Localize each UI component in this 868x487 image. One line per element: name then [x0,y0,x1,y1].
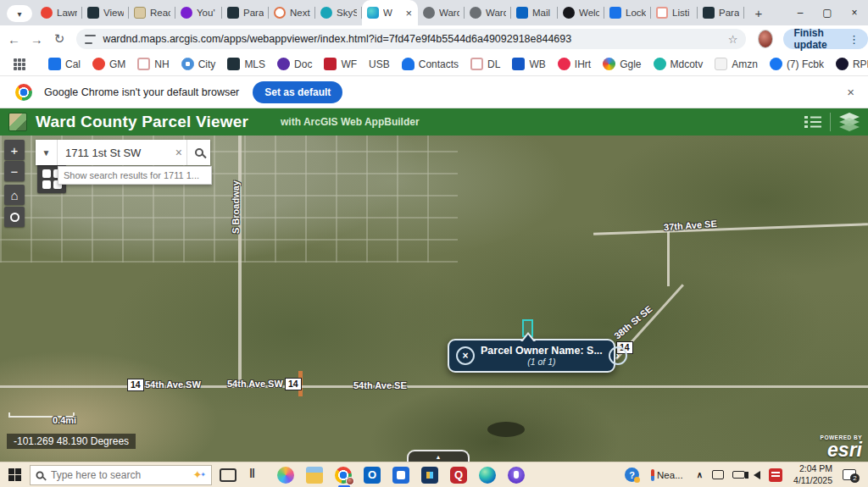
window-minimize-button[interactable]: – [787,0,814,25]
bookmark-item[interactable]: Cal [48,58,81,70]
help-tray-icon[interactable]: ? [625,468,639,482]
browser-tab[interactable]: Next [269,0,315,25]
bookmark-item[interactable]: NH [137,58,169,70]
back-button[interactable]: ← [5,28,23,50]
bookmark-item[interactable]: Amzn [715,58,758,70]
banner-close-icon[interactable]: × [847,85,854,99]
forward-button[interactable]: → [28,28,46,50]
browser-tab-active[interactable]: W× [362,0,418,25]
browser-tab[interactable]: Para [222,0,269,25]
browser-tab[interactable]: Ward [418,0,465,25]
browser-tab[interactable]: Ward [465,0,511,25]
edge-taskbar-button[interactable] [479,467,496,484]
browser-menu-icon[interactable]: ⋮ [845,33,863,46]
browser-tab[interactable]: Reac [129,0,175,25]
calendar-tray-icon[interactable] [769,468,782,482]
bookmark-item[interactable]: IHrt [558,58,591,70]
password-app-button[interactable] [508,467,525,484]
clear-search-icon[interactable]: × [175,146,182,159]
volume-tray-icon[interactable] [754,471,760,479]
profile-avatar[interactable] [758,30,773,48]
display-tray-icon[interactable] [712,470,724,479]
zoom-out-button[interactable]: − [4,161,25,181]
browser-tab[interactable]: Welc [558,0,604,25]
browser-tab[interactable]: Mail [511,0,558,25]
browser-tab[interactable]: Listi [651,0,698,25]
my-location-button[interactable] [4,207,25,227]
search-source-dropdown[interactable]: ▼ [36,140,58,165]
popup-next-button[interactable]: › [609,346,627,365]
site-settings-icon[interactable] [85,35,96,44]
weather-thermometer-icon[interactable] [651,469,654,481]
map-search-widget: ▼ × [36,140,210,165]
bookmark-item[interactable]: City [181,58,216,70]
bookmark-label: Amzn [732,58,758,70]
bookmark-item[interactable]: Ggle [603,58,641,70]
search-submit-button[interactable] [186,140,210,165]
window-close-button[interactable]: × [841,0,868,25]
blue-app-button[interactable] [392,467,409,484]
bookmark-label: RPR [853,58,868,70]
taskbar-search-box[interactable]: ✦✦ [30,465,212,485]
tab-label: W [383,8,392,18]
notification-center-button[interactable]: 2 [843,469,856,480]
weather-text[interactable]: Nea... [657,470,683,480]
bookmark-item[interactable]: Doc [277,58,312,70]
tab-search-button[interactable]: ▾ [7,5,32,22]
finish-update-button[interactable]: Finish update ⋮ [783,29,868,49]
outlook-taskbar-button[interactable]: O [364,467,381,484]
bookmark-item[interactable]: WB [512,58,545,70]
reload-button[interactable]: ↻ [51,28,69,50]
bookmark-item[interactable]: MLS [227,58,265,70]
url-text[interactable]: wardnd.maps.arcgis.com/apps/webappviewer… [103,33,721,45]
home-extent-button[interactable]: ⌂ [4,185,25,205]
attribute-panel-toggle[interactable]: ▲ [407,450,470,462]
battery-tray-icon[interactable] [732,471,745,479]
clock[interactable]: 2:04 PM 4/11/2025 [793,463,832,485]
popup-close-button[interactable]: × [456,346,475,365]
browser-tab[interactable]: SkyS [315,0,362,25]
briefcase-app-button[interactable] [421,467,438,484]
new-tab-button[interactable]: + [748,2,770,24]
bookmark-label: Doc [294,58,312,70]
bookmark-item[interactable]: WF [324,58,357,70]
zoom-in-button[interactable]: + [4,140,25,160]
file-explorer-button[interactable] [306,467,323,484]
legend-button[interactable] [796,108,830,136]
browser-tab[interactable]: View [82,0,129,25]
globe-favicon-icon [181,58,194,70]
copilot-button[interactable] [277,467,294,484]
browser-tab[interactable]: Lock [604,0,651,25]
q-app-button[interactable]: Q [450,467,467,484]
window-maximize-button[interactable]: ▢ [814,0,841,25]
chart-favicon-icon [87,7,99,19]
bookmark-item[interactable]: Contacts [402,58,459,70]
bookmark-item[interactable]: Mdcotv [654,58,704,70]
tray-expand-icon[interactable]: ∧ [697,470,703,479]
task-view-button[interactable] [220,468,236,482]
bookmark-star-icon[interactable]: ☆ [728,33,738,46]
address-bar[interactable]: wardnd.maps.arcgis.com/apps/webappviewer… [76,29,746,49]
tab-close-icon[interactable]: × [404,8,413,19]
bookmark-item[interactable]: GM [92,58,125,70]
browser-tab[interactable]: Lawn [36,0,82,25]
browser-tab[interactable]: You' [175,0,222,25]
apps-grid-icon[interactable] [14,58,25,70]
map-search-input[interactable] [58,140,186,165]
pinned-app-pipes[interactable]: ‖ [249,467,266,484]
chrome-taskbar-button[interactable] [335,467,352,484]
browser-tab[interactable]: Para [698,0,744,25]
close-icon: × [851,7,857,19]
bookmark-item[interactable]: DL [470,58,500,70]
locate-icon [10,213,19,222]
start-button[interactable] [8,468,22,482]
street-label: S Broadway [231,141,241,234]
map-canvas[interactable]: S Broadway 37th Ave SE 38th St SE 54th A… [0,136,868,462]
bookmark-item[interactable]: RPR [836,58,868,70]
set-as-default-button[interactable]: Set as default [253,81,342,103]
search-suggestion[interactable]: Show search results for 1711 1... [58,166,212,185]
bookmark-item[interactable]: (7) Fcbk [770,58,824,70]
layers-button[interactable] [831,108,868,136]
bookmark-item[interactable]: USB [369,58,390,70]
taskbar-search-input[interactable] [51,469,192,481]
